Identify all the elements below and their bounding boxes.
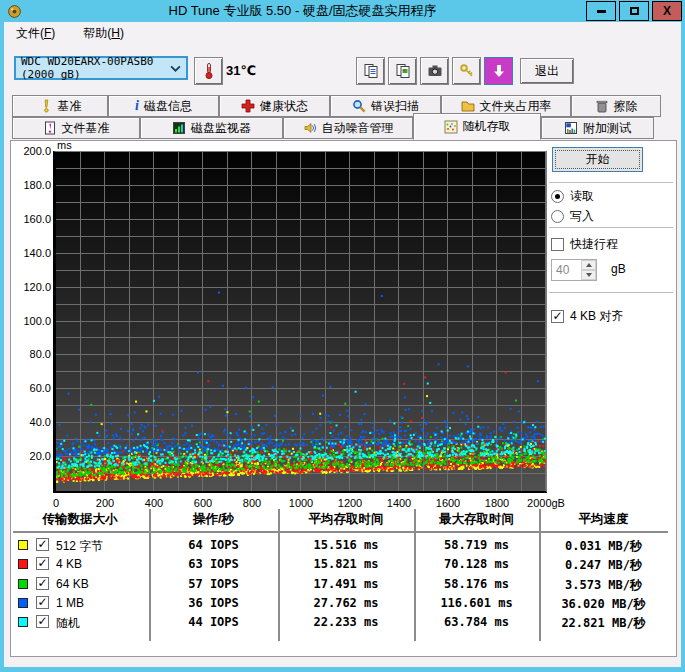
y-tick-label: 160.0	[11, 213, 51, 225]
x-tick-label: 1200	[338, 497, 362, 509]
tab-disk-monitor[interactable]: 磁盘监视器	[140, 117, 283, 139]
align-4kb-checkbox[interactable]	[551, 310, 564, 323]
series-checkbox[interactable]	[36, 615, 49, 628]
col-header-transfer-size: 传输数据大小	[11, 511, 149, 528]
max-access-value: 63.784 ms	[414, 615, 539, 629]
app-icon	[7, 4, 22, 19]
series-color-swatch	[18, 559, 28, 569]
short-stroke-row[interactable]: 快捷行程	[551, 237, 618, 252]
spin-up-button[interactable]	[581, 260, 596, 270]
scatter-canvas	[56, 152, 546, 491]
series-label: 随机	[56, 615, 80, 632]
keys-icon	[459, 63, 475, 79]
menu-file[interactable]: 文件(F)	[12, 23, 59, 44]
extra-tests-icon	[564, 121, 578, 135]
screenshot-button[interactable]	[420, 57, 449, 85]
capacity-value: 40	[552, 260, 581, 280]
separator	[549, 292, 673, 293]
write-radio[interactable]	[551, 210, 564, 223]
menu-help[interactable]: 帮助(H)	[79, 23, 128, 44]
table-row: 64 KB 57 IOPS 17.491 ms 58.176 ms 3.573 …	[11, 576, 668, 595]
table-row: 随机 44 IOPS 22.233 ms 63.784 ms 22.821 MB…	[11, 614, 668, 633]
separator	[549, 227, 673, 228]
arrow-down-icon	[586, 273, 592, 280]
series-label: 1 MB	[56, 596, 84, 610]
y-tick-label: 80.0	[11, 348, 51, 360]
x-tick-label: 1600	[436, 497, 460, 509]
short-stroke-label: 快捷行程	[570, 236, 618, 253]
avg-speed-value: 0.247 MB/秒	[539, 557, 668, 574]
exit-button[interactable]: 退出	[520, 58, 574, 84]
short-stroke-checkbox[interactable]	[551, 238, 564, 251]
copy-text-icon	[363, 63, 379, 79]
x-tick-label: 800	[243, 497, 261, 509]
read-radio-row[interactable]: 读取	[551, 189, 594, 204]
window-title: HD Tune 专业版 5.50 - 硬盘/固态硬盘实用程序	[22, 2, 583, 20]
series-checkbox[interactable]	[36, 538, 49, 551]
series-color-swatch	[18, 540, 28, 550]
col-header-iops: 操作/秒	[149, 511, 278, 528]
tab-health[interactable]: 健康状态	[219, 95, 330, 117]
max-access-value: 58.719 ms	[414, 538, 539, 552]
magnifier-icon	[352, 99, 366, 113]
minimize-icon	[597, 10, 606, 13]
x-tick-label: 400	[145, 497, 163, 509]
series-checkbox[interactable]	[36, 596, 49, 609]
read-radio[interactable]	[551, 190, 564, 203]
series-checkbox[interactable]	[36, 577, 49, 590]
capacity-spinner[interactable]: 40	[551, 259, 597, 281]
download-arrow-icon	[491, 63, 507, 79]
y-axis-unit-label: ms	[57, 139, 72, 151]
capacity-unit-label: gB	[611, 262, 626, 276]
separator	[549, 182, 673, 183]
series-color-swatch	[18, 579, 28, 589]
temperature-button[interactable]	[194, 57, 223, 85]
align-4kb-row[interactable]: 4 KB 对齐	[551, 309, 623, 324]
col-header-avg-speed: 平均速度	[539, 511, 668, 528]
series-checkbox[interactable]	[36, 557, 49, 570]
options-button[interactable]	[452, 57, 481, 85]
y-tick-label: 100.0	[11, 315, 51, 327]
avg-access-value: 15.516 ms	[278, 538, 414, 552]
tab-erase[interactable]: 擦除	[571, 95, 661, 117]
y-tick-label: 180.0	[11, 179, 51, 191]
tab-random-access[interactable]: 随机存取	[413, 113, 541, 140]
series-color-swatch	[18, 617, 28, 627]
tab-benchmark[interactable]: 基准	[12, 95, 108, 117]
tab-file-benchmark[interactable]: 文件基准	[12, 117, 140, 139]
drive-select-dropdown[interactable]: WDC WD20EARX-00PASB0 (2000 gB)	[14, 56, 188, 80]
tab-disk-info[interactable]: i 磁盘信息	[108, 95, 219, 117]
y-tick-label: 140.0	[11, 247, 51, 259]
x-tick-label: 1800	[485, 497, 509, 509]
x-tick-label: 600	[194, 497, 212, 509]
copy-image-button[interactable]	[388, 57, 417, 85]
x-tick-label: 200	[96, 497, 114, 509]
minimize-button[interactable]	[586, 1, 616, 21]
col-header-max-access: 最大存取时间	[414, 511, 539, 528]
close-button[interactable]: X	[652, 1, 682, 21]
info-icon: i	[135, 100, 139, 112]
avg-speed-value: 3.573 MB/秒	[539, 577, 668, 594]
maximize-button[interactable]	[619, 1, 649, 21]
disk-monitor-icon	[172, 121, 186, 135]
iops-value: 63 IOPS	[149, 557, 278, 571]
save-results-button[interactable]	[484, 57, 513, 85]
menubar: 文件(F) 帮助(H)	[4, 22, 128, 44]
write-radio-row[interactable]: 写入	[551, 209, 594, 224]
benchmark-icon	[39, 99, 53, 113]
camera-icon	[427, 63, 443, 79]
file-benchmark-icon	[43, 121, 57, 135]
y-tick-label: 20.0	[11, 450, 51, 462]
latency-scatter-plot	[53, 151, 547, 493]
start-button[interactable]: 开始	[552, 147, 643, 172]
tab-noise-management[interactable]: 自动噪音管理	[283, 117, 413, 139]
arrow-up-icon	[586, 260, 592, 267]
spin-down-button[interactable]	[581, 270, 596, 280]
y-tick-label: 40.0	[11, 416, 51, 428]
iops-value: 64 IOPS	[149, 538, 278, 552]
avg-access-value: 27.762 ms	[278, 596, 414, 610]
max-access-value: 70.128 ms	[414, 557, 539, 571]
read-label: 读取	[570, 188, 594, 205]
tab-extra-tests[interactable]: 附加测试	[541, 117, 654, 139]
copy-text-button[interactable]	[356, 57, 385, 85]
